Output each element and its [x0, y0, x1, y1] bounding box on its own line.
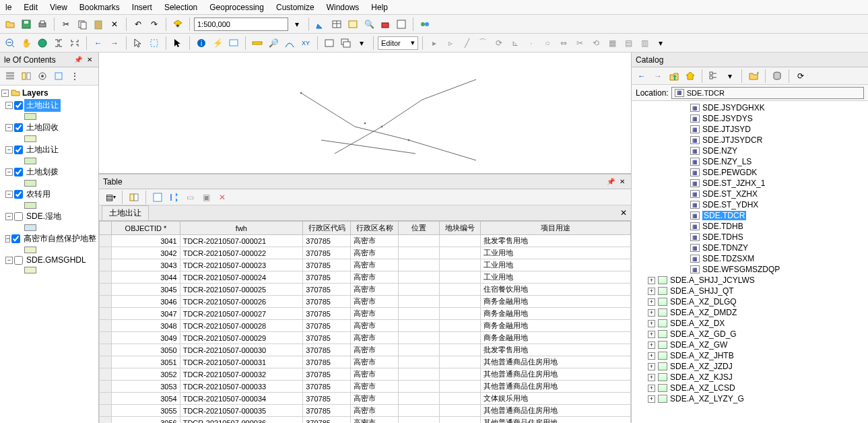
table-row[interactable]: 3056 TDCR-20210507-000036 370785 高密市 其他普… — [100, 417, 631, 424]
cell-admin-name[interactable]: 高密市 — [351, 259, 399, 271]
cell-usage[interactable]: 文体娱乐用地 — [480, 393, 630, 405]
expand-icon[interactable]: + — [648, 363, 655, 370]
cell-objectid[interactable]: 3052 — [112, 368, 180, 381]
pin-icon[interactable]: 📌 — [73, 55, 83, 65]
row-selector[interactable] — [100, 308, 112, 320]
cell-admin-name[interactable]: 高密市 — [351, 405, 399, 417]
table-row[interactable]: 3055 TDCR-20210507-000035 370785 高密市 其他普… — [100, 405, 631, 417]
catalog-item[interactable]: ▦SDE.WFSGMSZDQP — [679, 264, 868, 275]
cell-fwh[interactable]: TDCR-20210507-000030 — [180, 344, 303, 356]
end-point-icon[interactable]: ○ — [540, 36, 555, 51]
cell-objectid[interactable]: 3049 — [112, 332, 180, 344]
cell-position[interactable] — [399, 368, 440, 381]
expand-icon[interactable]: + — [648, 288, 655, 295]
rotate-icon[interactable]: ⟲ — [589, 36, 603, 51]
collapse-icon[interactable]: − — [5, 124, 13, 131]
row-selector[interactable] — [100, 259, 112, 271]
cell-admin-code[interactable]: 370785 — [303, 296, 351, 308]
layer-label[interactable]: SDE.GMSGHDL — [24, 255, 88, 265]
edit-annotation-icon[interactable]: ▹ — [443, 36, 458, 51]
cell-fwh[interactable]: TDCR-20210507-000033 — [180, 381, 303, 393]
row-selector[interactable] — [100, 368, 112, 381]
table-tab[interactable]: 土地出让 — [102, 205, 149, 220]
collapse-icon[interactable]: − — [5, 191, 13, 198]
cell-usage[interactable]: 其他普通商品住房用地 — [480, 417, 630, 424]
arc-toolbox-icon[interactable] — [378, 17, 393, 32]
layer-visibility-checkbox[interactable] — [14, 190, 23, 199]
right-angle-icon[interactable]: ⊾ — [508, 36, 523, 51]
goto-xy-icon[interactable]: XY — [298, 36, 313, 51]
list-by-selection-icon[interactable] — [51, 69, 66, 84]
cell-block[interactable] — [440, 296, 481, 308]
measure-icon[interactable] — [250, 36, 265, 51]
viewer-window-icon[interactable] — [338, 36, 353, 51]
catalog-item[interactable]: ▦SDE.JTJSYD — [679, 124, 868, 135]
toc-layer[interactable]: − 农转用 — [5, 188, 97, 201]
cell-usage[interactable]: 住宿餐饮用地 — [480, 284, 630, 296]
row-selector[interactable] — [100, 235, 112, 247]
cell-admin-code[interactable]: 370785 — [303, 344, 351, 356]
list-by-source-icon[interactable] — [19, 69, 34, 84]
cell-admin-code[interactable]: 370785 — [303, 393, 351, 405]
scale-dropdown-icon[interactable]: ▾ — [290, 17, 304, 32]
add-data-icon[interactable]: + — [170, 17, 185, 32]
cell-usage[interactable]: 其他普通商品住房用地 — [480, 356, 630, 368]
cell-fwh[interactable]: TDCR-20210507-000036 — [180, 417, 303, 424]
catalog-item[interactable]: +SDE.A_XZ_DLGQ — [646, 296, 868, 307]
editor-dropdown[interactable]: Editor▾ — [378, 36, 418, 50]
catalog-item[interactable]: +SDE.A_XZ_JHTB — [646, 350, 868, 361]
cell-admin-code[interactable]: 370785 — [303, 368, 351, 381]
tab-close-icon[interactable]: ✕ — [620, 208, 627, 218]
model-builder-icon[interactable] — [418, 17, 432, 32]
close-icon[interactable]: ✕ — [85, 55, 94, 65]
table-row[interactable]: 3051 TDCR-20210507-000031 370785 高密市 其他普… — [100, 356, 631, 368]
cell-objectid[interactable]: 3041 — [112, 235, 180, 247]
cell-position[interactable] — [399, 332, 440, 344]
menu-le[interactable]: le — [5, 3, 11, 12]
cell-fwh[interactable]: TDCR-20210507-000023 — [180, 259, 303, 271]
table-icon[interactable] — [329, 17, 344, 32]
layer-symbol-swatch[interactable] — [24, 158, 36, 164]
related-tables-icon[interactable] — [127, 190, 141, 205]
layer-label[interactable]: 土地回收 — [24, 121, 61, 134]
distance-icon[interactable]: ⇔ — [556, 36, 571, 51]
location-input[interactable]: ▦ SDE.TDCR — [671, 87, 864, 99]
expand-icon[interactable]: + — [648, 277, 655, 284]
row-selector[interactable] — [100, 417, 112, 424]
menu-windows[interactable]: Windows — [327, 3, 360, 12]
catalog-item[interactable]: +SDE.A_SHJJ_QT — [646, 286, 868, 296]
cell-objectid[interactable]: 3051 — [112, 356, 180, 368]
list-by-visibility-icon[interactable] — [35, 69, 50, 84]
catalog-item[interactable]: +SDE.A_XZ_GD_G — [646, 329, 868, 339]
up-icon[interactable] — [667, 69, 681, 84]
open-icon[interactable] — [3, 17, 18, 32]
cell-usage[interactable]: 批发零售用地 — [480, 344, 630, 356]
identify-icon[interactable]: i — [194, 36, 209, 51]
toc-layer[interactable]: − 土地出让 — [5, 99, 97, 112]
column-header[interactable]: 项目用途 — [480, 222, 630, 235]
toc-layer[interactable]: − 土地回收 — [5, 121, 97, 134]
toc-layer[interactable]: − SDE.GMSGHDL — [5, 255, 97, 265]
select-elements-icon[interactable] — [170, 36, 185, 51]
menu-bookmarks[interactable]: Bookmarks — [79, 3, 120, 12]
redo-icon[interactable]: ↷ — [147, 17, 162, 32]
cell-position[interactable] — [399, 405, 440, 417]
collapse-icon[interactable]: − — [1, 90, 9, 97]
table-row[interactable]: 3052 TDCR-20210507-000032 370785 高密市 其他普… — [100, 368, 631, 381]
cell-block[interactable] — [440, 381, 481, 393]
table-row[interactable]: 3043 TDCR-20210507-000023 370785 高密市 工业用… — [100, 259, 631, 271]
expand-icon[interactable]: + — [648, 341, 655, 349]
edit-tool-icon[interactable]: ▸ — [427, 36, 442, 51]
paste-icon[interactable] — [91, 17, 106, 32]
cell-position[interactable] — [399, 393, 440, 405]
catalog-item[interactable]: +SDE.A_XZ_KJSJ — [646, 372, 868, 383]
collapse-icon[interactable]: − — [5, 168, 13, 176]
cell-block[interactable] — [440, 235, 481, 247]
cell-fwh[interactable]: TDCR-20210507-000035 — [180, 405, 303, 417]
cell-fwh[interactable]: TDCR-20210507-000025 — [180, 284, 303, 296]
menu-help[interactable]: Help — [371, 3, 388, 12]
cell-admin-name[interactable]: 高密市 — [351, 368, 399, 381]
cell-objectid[interactable]: 3055 — [112, 405, 180, 417]
layer-visibility-checkbox[interactable] — [14, 168, 23, 176]
catalog-item[interactable]: ▦SDE.TDZSXM — [679, 253, 868, 264]
